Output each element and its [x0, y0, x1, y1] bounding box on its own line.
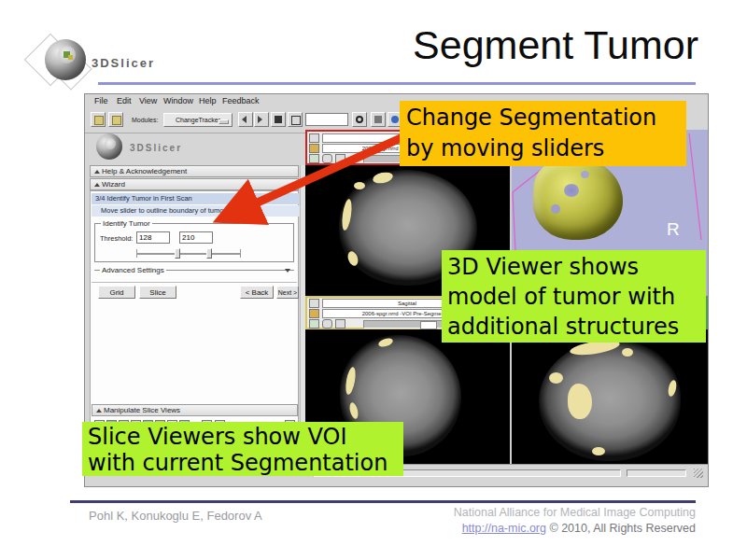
footer-organization: National Alliance for Medical Image Comp… [327, 506, 696, 519]
slice-button[interactable]: Slice [139, 286, 176, 299]
copyright-text: © 2010, All Rights Reserved [549, 522, 696, 535]
collapse-triangle-icon [94, 183, 100, 187]
callout-line: model of tumor with [447, 282, 706, 312]
menu-view[interactable]: View [139, 96, 157, 105]
slice-option-icon[interactable] [335, 154, 345, 163]
orientation-label-r: R [667, 219, 680, 240]
next-button[interactable]: Next > [276, 286, 299, 299]
tumor-model-hole [551, 204, 560, 214]
segmentation-patch [549, 372, 563, 384]
menu-window[interactable]: Window [163, 96, 193, 105]
callout-slice-viewers: Slice Viewers show VOI with current Segm… [82, 422, 403, 476]
tumor-model [533, 158, 623, 240]
menu-file[interactable]: File [94, 96, 108, 105]
threshold-slider-track[interactable] [136, 253, 241, 255]
help-section-label: Help & Acknowledgement [102, 167, 187, 175]
tumor-model-hole [581, 171, 589, 178]
back-button[interactable]: < Back [240, 286, 274, 299]
modules-label: Modules: [132, 117, 158, 123]
modules-dropdown[interactable]: ChangeTracker [163, 113, 233, 127]
slider-tick [136, 249, 137, 258]
collapse-triangle-icon [96, 409, 102, 413]
wizard-section-label: Wizard [102, 180, 125, 189]
threshold-low-field[interactable] [136, 231, 170, 244]
slice-menu-icon[interactable] [309, 154, 319, 163]
threshold-label: Threshold: [100, 234, 133, 243]
find-module-icon[interactable] [352, 112, 367, 127]
wizard-hint-row: Move slider to outline boundary of tumor [92, 205, 306, 217]
divider [92, 282, 297, 284]
slice-visibility-icon[interactable] [309, 299, 319, 308]
slice-option-icon[interactable] [322, 319, 332, 329]
wizard-step-row: 3/4 Identify Tumor in First Scan [92, 193, 301, 204]
slice-link-icon[interactable] [309, 144, 319, 153]
resize-grip-icon[interactable] [694, 469, 703, 478]
load-scene-icon[interactable] [91, 112, 106, 127]
app-logo-text: 3DSlicer [130, 143, 182, 153]
na-mic-link[interactable]: http://na-mic.org [462, 522, 546, 535]
ct-slice-coronal [539, 340, 681, 461]
slice-offset-handle[interactable] [420, 321, 437, 329]
dropdown-indicator-icon [218, 119, 229, 124]
sagittal-orientation-value: Sagittal [398, 301, 416, 306]
slice-option-icon[interactable] [322, 154, 332, 163]
identify-tumor-group: Identify Tumor Threshold: [94, 223, 294, 262]
toolbar-search-field[interactable] [305, 113, 348, 126]
threshold-low-handle[interactable] [175, 248, 180, 259]
segmentation-patch [568, 384, 592, 419]
slide-title: Segment Tumor [413, 22, 698, 68]
modules-dropdown-value: ChangeTracker [176, 117, 220, 123]
slide-logo-text: 3DSlicer [92, 56, 155, 70]
threshold-high-handle[interactable] [206, 248, 212, 259]
segmentation-patch [592, 447, 605, 455]
layout-icon[interactable] [271, 112, 286, 127]
module-back-icon[interactable] [238, 112, 253, 127]
menu-help[interactable]: Help [199, 96, 217, 105]
grid-button[interactable]: Grid [98, 286, 135, 299]
slide: 3DSlicer Segment Tumor File Edit View Wi… [0, 0, 747, 560]
sagittal-volume-value: 2006-spgr.nrrd -VOI Pre-Segmented [362, 311, 453, 316]
callout-line: Change Segmentation [406, 103, 686, 133]
home-module-icon[interactable] [371, 112, 386, 127]
callout-line: additional structures [447, 312, 706, 342]
slice-option-icon[interactable] [335, 319, 345, 329]
callout-line: by moving sliders [406, 133, 686, 164]
segmentation-patch [622, 348, 633, 357]
slice-visibility-icon[interactable] [309, 133, 319, 143]
callout-line: Slice Viewers show VOI [88, 424, 403, 450]
save-scene-icon[interactable] [108, 112, 123, 127]
identify-tumor-legend: Identify Tumor [101, 219, 152, 228]
slider-tick [240, 249, 241, 258]
manipulate-slice-views-header[interactable]: Manipulate Slice Views [92, 404, 298, 416]
menu-feedback[interactable]: Feedback [222, 96, 260, 105]
coronal-viewport[interactable] [512, 329, 708, 464]
title-rule [98, 82, 696, 85]
progress-area [627, 469, 686, 477]
collapse-triangle-icon [94, 170, 100, 174]
fit-window-icon[interactable] [288, 112, 303, 127]
slicer-logo: 3DSlicer [11, 17, 170, 84]
wizard-section-header[interactable]: Wizard [90, 178, 299, 190]
callout-line: 3D Viewer shows [447, 252, 706, 282]
footer-authors: Pohl K, Konukoglu E, Fedorov A [89, 509, 262, 523]
manipulate-slice-views-label: Manipulate Slice Views [104, 406, 180, 414]
slice-link-icon[interactable] [309, 309, 319, 318]
callout-line: with current Segmentation [88, 450, 403, 476]
module-next-icon[interactable] [254, 112, 269, 127]
callout-3d-viewer: 3D Viewer shows model of tumor with addi… [442, 250, 706, 343]
tumor-model-hole [564, 184, 579, 197]
help-section-header[interactable]: Help & Acknowledgement [90, 165, 299, 177]
menu-edit[interactable]: Edit [117, 96, 132, 105]
advanced-settings-group[interactable]: Advanced Settings [94, 270, 294, 280]
advanced-settings-legend: Advanced Settings [100, 266, 166, 274]
slice-menu-icon[interactable] [309, 319, 319, 329]
footer-copyright-line: http://na-mic.org © 2010, All Rights Res… [327, 522, 696, 535]
app-logo-cut-icon [105, 138, 116, 149]
callout-change-segmentation: Change Segmentation by moving sliders [400, 101, 686, 166]
logo-color-chip [68, 55, 73, 60]
chevron-down-icon[interactable] [285, 269, 290, 273]
segmentation-patch [354, 182, 365, 189]
wizard-content: 3/4 Identify Tumor in First Scan Move sl… [90, 190, 299, 454]
threshold-high-field[interactable] [179, 231, 213, 244]
module-panel: Help & Acknowledgement Wizard 3/4 Identi… [88, 165, 301, 464]
